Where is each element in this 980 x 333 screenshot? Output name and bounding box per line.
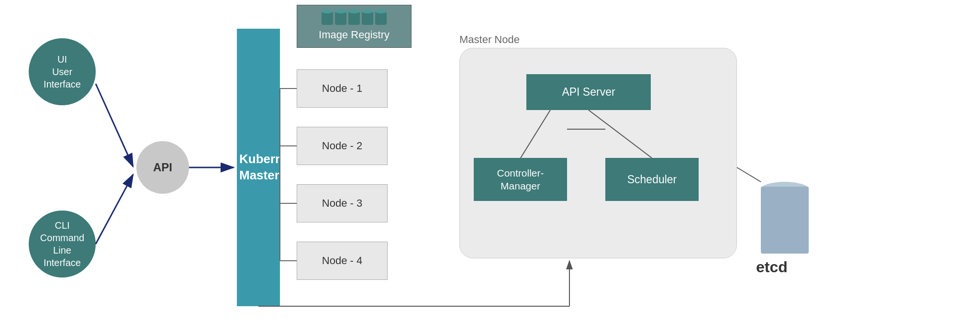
ui-circle: UI User Interface	[29, 38, 96, 105]
api-server-box: API Server	[526, 74, 651, 110]
cli-label-line1: CLI	[55, 219, 69, 232]
ui-label-line3: Interface	[44, 78, 81, 90]
cli-label-line4: Interface	[44, 256, 81, 269]
master-node-label: Master Node	[459, 33, 520, 46]
api-label: API	[153, 161, 172, 174]
svg-line-3	[96, 84, 133, 166]
ui-label-line1: UI	[57, 53, 67, 66]
scheduler-box: Scheduler	[605, 158, 699, 201]
image-registry-label: Image Registry	[319, 29, 390, 41]
node-4-label: Node - 4	[322, 255, 362, 267]
controller-label-1: Controller-	[497, 167, 544, 178]
etcd-label: etcd	[756, 258, 788, 276]
k8s-master-label: Kubernetes Master	[237, 151, 280, 184]
svg-line-16	[737, 167, 761, 182]
cli-label-line2: Command	[40, 232, 84, 244]
node-2-label: Node - 2	[322, 140, 362, 152]
scheduler-label: Scheduler	[627, 173, 677, 186]
diagram: UI User Interface CLI Command Line Inter…	[0, 0, 980, 333]
node-1-label: Node - 1	[322, 82, 362, 95]
node-3-box: Node - 3	[297, 184, 388, 222]
api-circle: API	[136, 141, 189, 194]
controller-label-2: Manager	[501, 180, 540, 191]
cli-circle: CLI Command Line Interface	[29, 211, 96, 278]
node-1-box: Node - 1	[297, 69, 388, 108]
api-server-label: API Server	[562, 86, 615, 99]
controller-manager-box: Controller- Manager	[474, 158, 567, 201]
svg-line-4	[96, 175, 133, 244]
ui-label-line2: User	[52, 66, 72, 78]
node-2-box: Node - 2	[297, 127, 388, 165]
node-4-box: Node - 4	[297, 242, 388, 280]
etcd-cylinder	[761, 182, 809, 254]
kubernetes-master-bar: Kubernetes Master	[237, 29, 280, 306]
cli-label-line3: Line	[53, 244, 71, 256]
node-3-label: Node - 3	[322, 197, 362, 210]
image-registry-box: Image Registry	[297, 5, 412, 48]
